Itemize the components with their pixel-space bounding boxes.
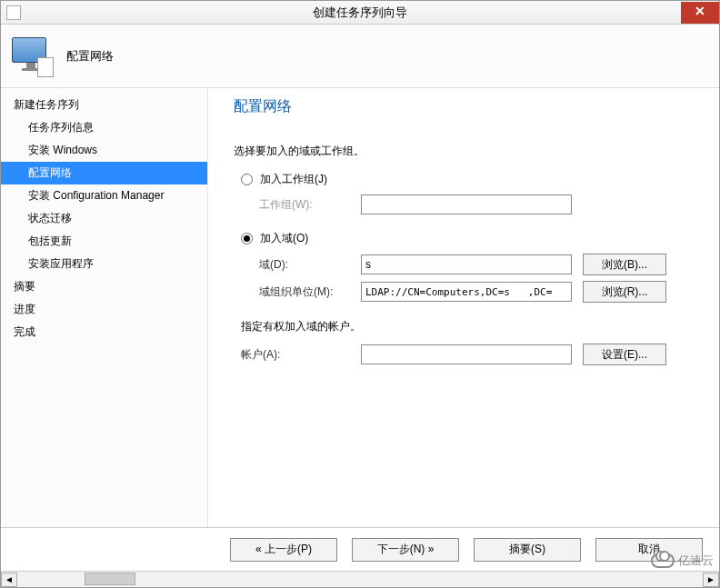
account-input[interactable] [361,344,572,364]
body: 新建任务序列 任务序列信息 安装 Windows 配置网络 安装 Configu… [1,88,719,527]
radio-join-workgroup[interactable]: 加入工作组(J) [241,172,701,187]
summary-button[interactable]: 摘要(S) [474,538,581,562]
workgroup-field-label: 工作组(W): [259,197,361,213]
radio-icon-checked [241,233,253,244]
header-subtitle: 配置网络 [66,48,114,65]
radio-icon-unchecked [241,174,253,185]
browse-domain-button[interactable]: 浏览(B)... [583,254,666,275]
radio-label-workgroup: 加入工作组(J) [260,172,327,187]
titlebar: 创建任务序列向导 ✕ [1,1,719,25]
next-button[interactable]: 下一步(N) » [352,538,459,562]
wizard-window: 创建任务序列向导 ✕ 配置网络 新建任务序列 任务序列信息 安装 Windows… [0,0,720,588]
nav-item-install-apps[interactable]: 安装应用程序 [1,253,207,275]
sidebar: 新建任务序列 任务序列信息 安装 Windows 配置网络 安装 Configu… [1,88,208,527]
nav-group-progress: 进度 [1,298,207,321]
nav-item-include-updates[interactable]: 包括更新 [1,230,207,253]
scroll-left-arrow[interactable]: ◄ [1,573,17,587]
account-field-label: 帐户(A): [241,347,361,363]
watermark-text: 亿速云 [678,553,714,569]
scroll-right-arrow[interactable]: ► [703,573,719,587]
close-button[interactable]: ✕ [681,2,719,24]
domain-input[interactable] [361,254,572,274]
browse-ou-button[interactable]: 浏览(R)... [583,281,666,303]
set-account-button[interactable]: 设置(E)... [583,344,666,365]
window-title: 创建任务序列向导 [1,5,719,21]
ou-field-label: 域组织单位(M): [259,284,361,300]
radio-label-domain: 加入域(O) [260,231,308,246]
domain-field-label: 域(D): [259,257,361,273]
nav-group-summary: 摘要 [1,275,207,298]
radio-join-domain[interactable]: 加入域(O) [241,231,701,246]
header-area: 配置网络 [1,25,719,88]
nav-item-task-info[interactable]: 任务序列信息 [1,116,207,139]
footer: « 上一步(P) 下一步(N) » 摘要(S) 取消 [1,527,719,571]
ou-input[interactable] [361,282,572,302]
scroll-thumb[interactable] [85,573,135,585]
nav-item-state-migration[interactable]: 状态迁移 [1,207,207,230]
account-note: 指定有权加入域的帐户。 [241,319,701,334]
horizontal-scrollbar[interactable]: ◄ ► [1,571,719,587]
prev-button[interactable]: « 上一步(P) [230,538,337,562]
nav-group-new-sequence: 新建任务序列 [1,94,207,116]
intro-text: 选择要加入的域或工作组。 [234,144,701,159]
page-title: 配置网络 [234,97,701,116]
cloud-icon [651,553,675,568]
nav-item-install-windows[interactable]: 安装 Windows [1,139,207,162]
nav-item-configure-network[interactable]: 配置网络 [1,162,207,184]
watermark: 亿速云 [651,553,714,569]
nav-group-complete: 完成 [1,321,207,344]
computer-icon [12,37,50,75]
nav-item-install-configmgr[interactable]: 安装 Configuration Manager [1,184,207,207]
content-panel: 配置网络 选择要加入的域或工作组。 加入工作组(J) 工作组(W): 加入域(O… [208,88,719,527]
workgroup-input [361,194,572,214]
scroll-track[interactable] [17,573,703,587]
